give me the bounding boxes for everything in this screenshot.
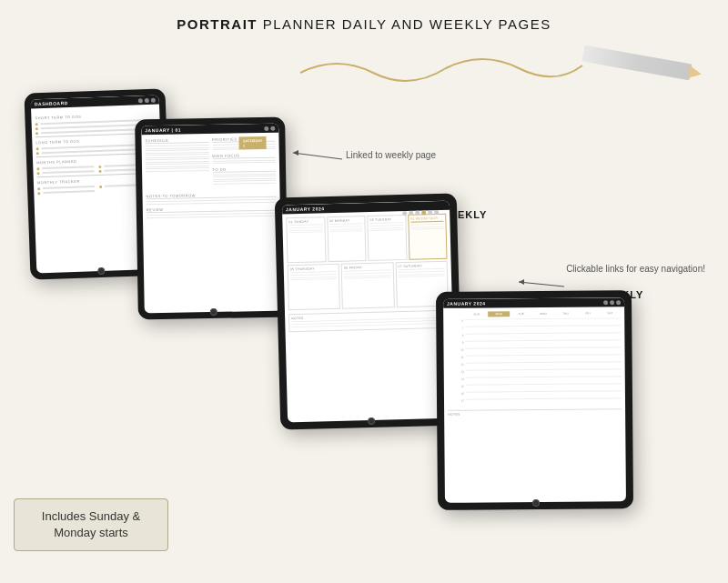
hw-icon-1 [603,300,608,305]
svg-line-2 [519,282,564,286]
boxed-weekly-home [368,417,375,425]
hdr-wed: WED [532,311,553,317]
hdr-tue: TUE [511,311,531,317]
hw-icon-2 [610,300,614,305]
day-tuesday: 03 TUESDAY [367,215,407,261]
bw-icon-3 [415,210,420,215]
daily-content: SCHEDULE PRIORITIES [141,133,281,312]
linked-annotation: Linked to weekly page [346,150,436,160]
dashboard-header-icons [138,97,156,103]
hourly-content: SUN MON TUE WED THU FRI SAT 6 7 [443,307,626,499]
icon-3 [151,97,156,102]
hourly-rows: 6 7 8 9 10 [447,317,622,417]
hdr-thu: THU [555,311,576,317]
hdr-fri: FRI [577,310,598,316]
boxed-weekly-content: 01 SUNDAY 02 MONDAY 03 TUESDAY 04 WEDNES… [282,210,455,419]
title-rest-part: PLANNER DAILY AND WEEKLY PAGES [258,16,551,32]
day-monday: 02 MONDAY [327,216,367,262]
boxed-weekly-notes: NOTES [288,310,449,333]
daily-date-badge: SATURDAY1 [239,136,267,150]
icon-2 [145,97,149,102]
hourly-monthly-title: JANUARY 2024 [447,300,485,306]
hourly-days-header: SUN MON TUE WED THU FRI SAT [447,310,621,317]
daily-icon-2 [270,126,275,130]
page-title: PORTRAIT PLANNER DAILY AND WEEKLY PAGES [0,0,728,32]
badge-text: Includes Sunday & Monday starts [27,508,155,541]
hourly-row-12: 17 [448,397,622,407]
daily-tablet-home [209,308,217,316]
boxed-weekly-tablet: JANUARY 2024 01 SUNDAY 02 MONDAY [275,193,463,429]
bw-icon-6 [434,210,439,215]
svg-marker-3 [519,279,524,285]
bw-icon-4 [421,210,426,215]
clickable-annotation: Clickable links for easy navigation! [566,264,705,274]
badge-box: Includes Sunday & Monday starts [14,498,168,551]
daily-month-header: JANUARY | 01 [145,127,181,134]
hourly-notes: NOTES [448,408,622,417]
pencil-decoration [581,45,692,81]
boxed-header-icons [402,210,439,216]
title-bold-part: PORTRAIT [177,16,258,32]
boxed-weekly-top-row: 01 SUNDAY 02 MONDAY 03 TUESDAY 04 WEDNES… [286,214,447,264]
icon-1 [138,98,143,103]
bw-icon-2 [409,211,413,216]
hdr-sun: SUN [466,311,487,317]
hdr-sat: SAT [600,310,621,316]
hdr-mon: MON [489,311,510,317]
svg-line-0 [293,153,342,159]
hourly-header-icons [603,300,621,305]
bw-icon-5 [428,210,432,215]
boxed-weekly-bottom-row: 05 THURSDAY 06 FRIDAY 07 SATURDAY [288,261,449,311]
day-friday: 06 FRIDAY [341,262,395,308]
bw-icon-1 [402,211,407,216]
daily-icon-1 [264,126,268,130]
day-wednesday: 04 WEDNESDAY [408,214,448,260]
dashboard-screen-title: DASHBOARD [35,100,68,106]
day-thursday: 05 THURSDAY [288,264,341,310]
day-sunday: 01 SUNDAY [286,216,326,263]
svg-marker-1 [293,150,298,156]
boxed-monthly-title: JANUARY 2024 [286,206,325,212]
hw-icon-3 [616,300,621,305]
hourly-weekly-tablet: JANUARY 2024 SUN MON TUE WED THU FRI SAT [436,290,633,510]
hourly-weekly-home [531,499,539,507]
daily-header-icons [264,126,275,130]
daily-tablet: JANUARY | 01 SATURDAY1 SCHEDULE [135,117,288,320]
tablet-home-button [97,267,105,275]
